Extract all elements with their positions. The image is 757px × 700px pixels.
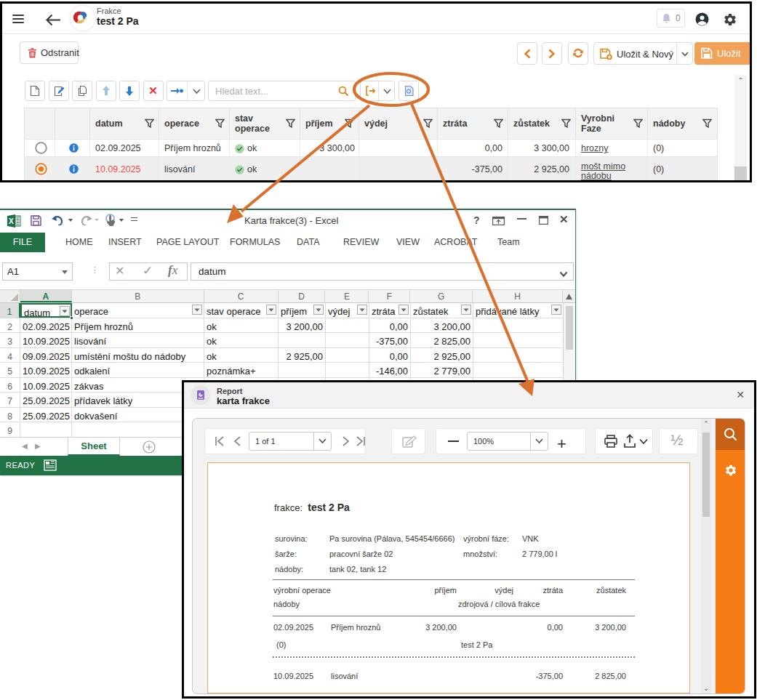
svg-text:X: X <box>9 217 14 225</box>
